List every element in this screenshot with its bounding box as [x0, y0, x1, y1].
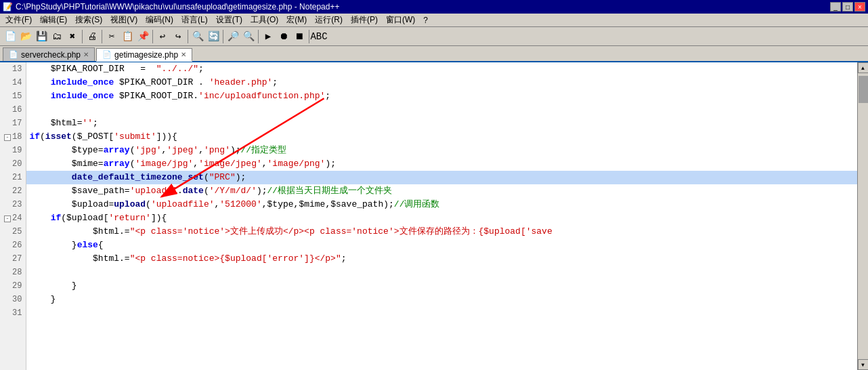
menu-search[interactable]: 搜索(S)	[71, 13, 106, 27]
toolbar: 📄 📂 💾 🗂 ✖ 🖨 ✂ 📋 📌 ↩ ↪ 🔍 🔄 🔎 🔍 ▶ ⏺ ⏹ ABC	[0, 27, 868, 46]
title-bar-controls[interactable]: _ □ ×	[830, 2, 865, 12]
code-line-27: $html.="<p class=notice>{$upload['error'…	[26, 252, 857, 266]
find-button[interactable]: 🔍	[190, 29, 205, 44]
maximize-button[interactable]: □	[842, 2, 853, 12]
code-line-23: $upload=upload('uploadfile','512000',$ty…	[26, 198, 857, 211]
new-button[interactable]: 📄	[3, 29, 18, 44]
tab-getimagesize[interactable]: 📄 getimagesize.php ✕	[96, 48, 192, 62]
toolbar-sep5	[223, 30, 223, 43]
toolbar-sep4	[188, 30, 188, 43]
fold-icon-18[interactable]: -	[4, 134, 11, 141]
undo-button[interactable]: ↩	[155, 29, 170, 44]
copy-button[interactable]: 📋	[120, 29, 135, 44]
scroll-up-button[interactable]: ▲	[858, 62, 869, 73]
code-line-13: $PIKA_ROOT_DIR = "../../";	[26, 62, 857, 76]
menu-view[interactable]: 视图(V)	[106, 13, 142, 27]
code-line-22: $save_path='uploads'.date('/Y/m/d/');//根…	[26, 184, 857, 198]
menu-language[interactable]: 语言(L)	[177, 13, 212, 27]
fold-icon-24[interactable]: -	[4, 215, 11, 222]
save-button[interactable]: 💾	[34, 29, 49, 44]
code-container: 13 14 15 16 17 -18 19 20 21 22 23 -24 25…	[0, 62, 868, 370]
replace-button[interactable]: 🔄	[206, 29, 221, 44]
code-content[interactable]: $PIKA_ROOT_DIR = "../../"; include_once …	[26, 62, 857, 370]
code-line-21: date_default_timezone_set("PRC");	[26, 171, 857, 184]
line-num-25: 25	[4, 225, 22, 239]
toolbar-sep2	[102, 30, 102, 43]
app-icon: 📝	[3, 2, 13, 12]
code-line-16	[26, 103, 857, 117]
tab-close-servercheck[interactable]: ✕	[83, 51, 89, 58]
code-line-15: include_once $PIKA_ROOT_DIR.'inc/uploadf…	[26, 89, 857, 103]
window-title: C:\PhpStudy\PHPTutorial\WWW\pikachu\vul\…	[16, 2, 339, 12]
menu-settings[interactable]: 设置(T)	[212, 13, 246, 27]
redo-button[interactable]: ↪	[171, 29, 186, 44]
menu-file[interactable]: 文件(F)	[1, 13, 36, 27]
line-num-19: 19	[4, 144, 22, 157]
zoom-in-button[interactable]: 🔎	[225, 29, 240, 44]
line-num-17: 17	[4, 117, 22, 130]
code-line-30: }	[26, 293, 857, 306]
line-num-28: 28	[4, 266, 22, 279]
menu-run[interactable]: 运行(R)	[311, 13, 347, 27]
line-num-29: 29	[4, 279, 22, 293]
minimize-button[interactable]: _	[830, 2, 841, 12]
code-line-29: }	[26, 279, 857, 293]
record-macro-button[interactable]: ⏺	[276, 29, 291, 44]
line-num-23: 23	[4, 198, 22, 211]
print-button[interactable]: 🖨	[85, 29, 100, 44]
code-line-28	[26, 266, 857, 279]
tab-label-servercheck: servercheck.php	[21, 50, 81, 60]
close-button[interactable]: ×	[854, 2, 865, 12]
line-num-21: 21	[4, 171, 22, 184]
scroll-down-button[interactable]: ▼	[858, 359, 869, 370]
toolbar-sep1	[82, 30, 83, 43]
code-line-20: $mime=array('image/jpg','image/jpeg','im…	[26, 157, 857, 171]
menu-encoding[interactable]: 编码(N)	[142, 13, 177, 27]
toolbar-sep3	[152, 30, 153, 43]
tab-close-getimagesize[interactable]: ✕	[181, 51, 186, 58]
save-all-button[interactable]: 🗂	[49, 29, 64, 44]
line-num-30: 30	[4, 293, 22, 306]
line-num-20: 20	[4, 157, 22, 171]
menu-help[interactable]: ?	[419, 14, 432, 26]
menu-edit[interactable]: 编辑(E)	[36, 13, 71, 27]
open-button[interactable]: 📂	[18, 29, 33, 44]
line-num-26: 26	[4, 239, 22, 252]
scrollbar-vertical[interactable]: ▲ ▼	[857, 62, 868, 370]
tab-servercheck[interactable]: 📄 servercheck.php ✕	[3, 47, 95, 61]
spellcheck-button[interactable]: ABC	[311, 29, 326, 44]
line-num-24[interactable]: -24	[4, 211, 22, 225]
line-num-31: 31	[4, 306, 22, 320]
line-num-22: 22	[4, 184, 22, 198]
code-line-14: include_once $PIKA_ROOT_DIR . 'header.ph…	[26, 76, 857, 89]
line-num-16: 16	[4, 103, 22, 117]
tab-label-getimagesize: getimagesize.php	[114, 50, 178, 60]
tab-icon-servercheck: 📄	[9, 50, 18, 59]
menu-window[interactable]: 窗口(W)	[382, 13, 419, 27]
cut-button[interactable]: ✂	[104, 29, 119, 44]
tab-icon-getimagesize: 📄	[102, 50, 112, 59]
code-line-26: }else{	[26, 239, 857, 252]
menu-bar: 文件(F) 编辑(E) 搜索(S) 视图(V) 编码(N) 语言(L) 设置(T…	[0, 14, 868, 27]
code-line-19: $type=array('jpg','jpeg','png');//指定类型	[26, 144, 857, 157]
menu-tools[interactable]: 工具(O)	[246, 13, 282, 27]
toolbar-sep7	[309, 30, 309, 43]
line-num-15: 15	[4, 89, 22, 103]
run-macro-button[interactable]: ▶	[261, 29, 276, 44]
stop-record-button[interactable]: ⏹	[292, 29, 307, 44]
scroll-thumb[interactable]	[859, 76, 868, 103]
zoom-out-button[interactable]: 🔍	[241, 29, 256, 44]
code-line-24: if($upload['return']){	[26, 211, 857, 225]
line-num-13: 13	[4, 62, 22, 76]
paste-button[interactable]: 📌	[135, 29, 150, 44]
toolbar-sep6	[258, 30, 259, 43]
menu-macro[interactable]: 宏(M)	[282, 13, 311, 27]
line-num-18[interactable]: -18	[4, 130, 22, 144]
line-numbers: 13 14 15 16 17 -18 19 20 21 22 23 -24 25…	[0, 62, 26, 370]
line-num-27: 27	[4, 252, 22, 266]
code-line-18: if(isset($_POST['submit'])){	[26, 130, 857, 144]
line-num-14: 14	[4, 76, 22, 89]
close-button2[interactable]: ✖	[65, 29, 80, 44]
code-line-25: $html.="<p class='notice'>文件上传成功</p><p c…	[26, 225, 857, 239]
menu-plugins[interactable]: 插件(P)	[347, 13, 382, 27]
